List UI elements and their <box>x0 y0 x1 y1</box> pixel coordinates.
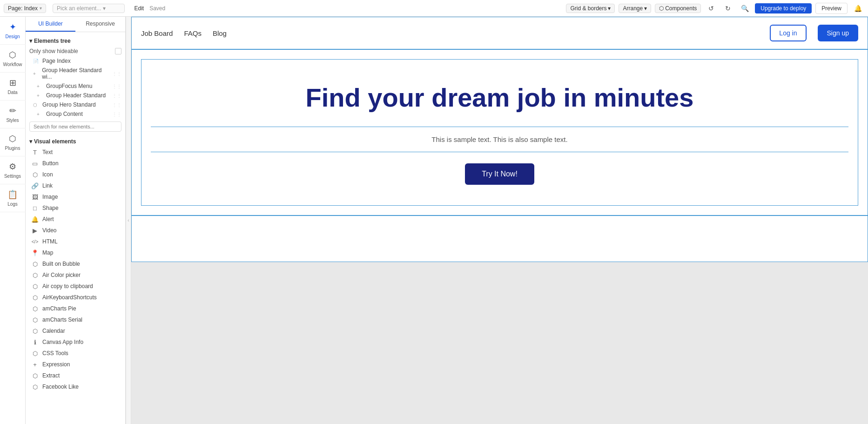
edit-button[interactable]: Edit <box>134 5 144 12</box>
sidebar-item-design[interactable]: ✦ Design <box>0 17 26 45</box>
sidebar-item-plugins[interactable]: ⬡ Plugins <box>0 128 26 156</box>
visual-elements-header[interactable]: ▾ Visual elements <box>26 136 125 147</box>
sidebar-data-label: Data <box>7 90 17 95</box>
element-html-label: HTML <box>42 238 58 245</box>
search-elements-input[interactable] <box>29 121 121 132</box>
arrange-chevron-icon: ▾ <box>644 5 647 12</box>
group-header-standard-wi-label: Group Header Standard wi... <box>42 67 109 80</box>
element-css-tools[interactable]: ⬡ CSS Tools <box>26 348 125 359</box>
element-air-color-picker[interactable]: ⬡ Air Color picker <box>26 269 125 281</box>
search-button[interactable]: 🔍 <box>738 2 751 15</box>
extract-icon: ⬡ <box>31 372 39 379</box>
styles-icon: ✏ <box>9 106 16 116</box>
element-picker[interactable]: Pick an element... ▾ <box>53 4 125 13</box>
below-hero-section <box>131 215 868 262</box>
elements-tree-header[interactable]: ▾ Elements tree <box>26 36 125 46</box>
element-shape[interactable]: □ Shape <box>26 202 125 214</box>
hero-subtitle: This is sample text. This is also sample… <box>151 127 848 152</box>
element-expression[interactable]: + Expression <box>26 359 125 370</box>
sidebar-item-styles[interactable]: ✏ Styles <box>0 101 26 128</box>
sidebar-item-workflow[interactable]: ⬡ Workflow <box>0 45 26 73</box>
handle-icon-1: ⋮⋮ <box>112 71 121 76</box>
element-image-label: Image <box>42 194 58 200</box>
element-amcharts-serial[interactable]: ⬡ amCharts Serial <box>26 314 125 325</box>
element-canvas-app-info[interactable]: ℹ Canvas App Info <box>26 337 125 348</box>
panel-collapse-handle[interactable]: ‹ <box>126 17 131 424</box>
nav-signup-button[interactable]: Sign up <box>818 25 858 41</box>
element-canvas-app-info-label: Canvas App Info <box>42 339 83 345</box>
element-facebook-like[interactable]: ⬡ Facebook Like <box>26 381 125 392</box>
arrange-button[interactable]: Arrange ▾ <box>619 4 651 13</box>
top-bar: Page: Index ▾ Pick an element... ▾ Edit … <box>0 0 868 17</box>
grid-borders-button[interactable]: Grid & borders ▾ <box>566 4 615 13</box>
tree-page-index[interactable]: 📄 Page Index <box>26 56 125 66</box>
only-show-toggle[interactable] <box>115 48 121 54</box>
element-picker-placeholder: Pick an element... <box>57 5 101 12</box>
icon-icon: ⬡ <box>31 171 39 178</box>
preview-button[interactable]: Preview <box>815 3 848 14</box>
group-icon-2: + <box>37 84 43 89</box>
element-video[interactable]: ▶ Video <box>26 225 125 236</box>
group-icon-5: + <box>37 112 43 117</box>
element-amcharts-serial-label: amCharts Serial <box>42 316 82 323</box>
tree-groupfocus-menu[interactable]: + GroupFocus Menu ⋮⋮ <box>26 81 125 91</box>
tree-group-hero-standard[interactable]: ⬡ Group Hero Standard ⋮⋮ <box>26 100 125 109</box>
built-on-bubble-icon: ⬡ <box>31 260 39 268</box>
nav-blog[interactable]: Blog <box>213 29 227 37</box>
tab-ui-builder[interactable]: UI Builder <box>26 17 75 32</box>
panel-body: ▾ Elements tree Only show hideable 📄 Pag… <box>26 32 125 424</box>
hero-content-box: Find your dream job in minutes This is s… <box>141 59 858 206</box>
element-html[interactable]: </> HTML <box>26 236 125 247</box>
group-header-standard-label: Group Header Standard <box>46 92 106 99</box>
sidebar-item-settings[interactable]: ⚙ Settings <box>0 156 26 184</box>
element-amcharts-pie[interactable]: ⬡ amCharts Pie <box>26 303 125 314</box>
visual-toggle: ▾ <box>29 138 32 145</box>
upgrade-button[interactable]: Upgrade to deploy <box>755 3 812 13</box>
nav-login-button[interactable]: Log in <box>770 25 806 41</box>
tree-group-header-standard[interactable]: + Group Header Standard ⋮⋮ <box>26 91 125 100</box>
link-icon: 🔗 <box>31 182 39 189</box>
element-air-copy[interactable]: ⬡ Air copy to clipboard <box>26 281 125 292</box>
sidebar-logs-label: Logs <box>7 202 18 207</box>
css-tools-icon: ⬡ <box>31 350 39 357</box>
button-icon: ▭ <box>31 160 39 167</box>
element-map[interactable]: 📍 Map <box>26 247 125 258</box>
visual-elements-label: Visual elements <box>34 138 76 145</box>
visual-elements-section: ▾ Visual elements T Text ▭ Button ⬡ Icon… <box>26 135 125 394</box>
element-built-on-bubble[interactable]: ⬡ Built on Bubble <box>26 258 125 269</box>
page-index-label: Page Index <box>42 58 71 64</box>
components-button[interactable]: ⬡ Components <box>655 4 701 13</box>
nav-job-board[interactable]: Job Board <box>141 29 173 37</box>
image-icon: 🖼 <box>31 193 39 201</box>
element-image[interactable]: 🖼 Image <box>26 191 125 202</box>
map-icon: 📍 <box>31 249 39 256</box>
try-now-button[interactable]: Try It Now! <box>465 163 534 185</box>
picker-chevron-icon: ▾ <box>103 5 106 12</box>
tab-responsive[interactable]: Responsive <box>75 17 125 32</box>
element-icon[interactable]: ⬡ Icon <box>26 169 125 180</box>
tree-group-content[interactable]: + Group Content ⋮⋮ <box>26 109 125 119</box>
page-indicator[interactable]: Page: Index ▾ <box>4 4 46 13</box>
sidebar-item-data[interactable]: ⊞ Data <box>0 73 26 101</box>
sidebar-styles-label: Styles <box>6 118 19 123</box>
element-button[interactable]: ▭ Button <box>26 158 125 169</box>
nav-faqs[interactable]: FAQs <box>184 29 202 37</box>
redo-button[interactable]: ↻ <box>721 2 734 15</box>
sidebar-item-logs[interactable]: 📋 Logs <box>0 184 26 212</box>
element-calendar[interactable]: ⬡ Calendar <box>26 325 125 337</box>
page-icon: 📄 <box>33 59 40 64</box>
group-icon-4: ⬡ <box>33 102 40 108</box>
element-airkeyboard[interactable]: ⬡ AirKeyboardShortcuts <box>26 292 125 303</box>
grid-chevron-icon: ▾ <box>608 5 611 12</box>
group-icon-3: + <box>37 93 43 98</box>
element-alert[interactable]: 🔔 Alert <box>26 214 125 225</box>
panel: UI Builder Responsive ▾ Elements tree On… <box>26 17 126 424</box>
element-text-label: Text <box>42 149 53 155</box>
tree-group-header-standard-wi[interactable]: + Group Header Standard wi... ⋮⋮ <box>26 66 125 81</box>
notifications-button[interactable]: 🔔 <box>851 2 864 15</box>
element-extract[interactable]: ⬡ Extract <box>26 370 125 381</box>
element-text[interactable]: T Text <box>26 147 125 158</box>
element-link[interactable]: 🔗 Link <box>26 180 125 191</box>
handle-icon-5: ⋮⋮ <box>112 112 121 117</box>
undo-button[interactable]: ↺ <box>705 2 718 15</box>
